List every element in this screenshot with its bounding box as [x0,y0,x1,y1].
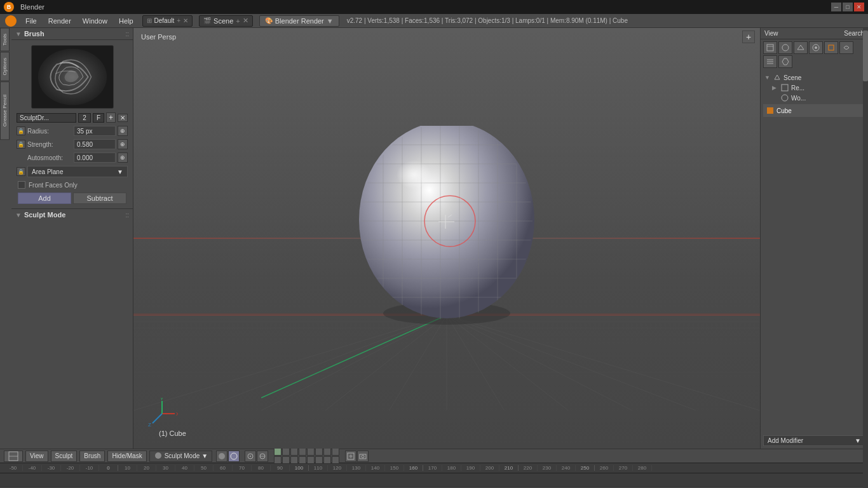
radius-expand[interactable]: ⊕ [118,126,128,136]
proportional-icon[interactable] [257,451,268,462]
front-faces-checkbox[interactable] [18,181,25,189]
svg-point-2 [6,16,16,26]
menu-window[interactable]: Window [78,16,112,26]
search-label[interactable]: Search [844,30,864,37]
viewport-add-button[interactable]: + [742,30,755,43]
cube-item[interactable]: Cube [763,104,865,117]
menu-render[interactable]: Render [43,16,76,26]
modifiers-icon[interactable] [763,55,777,68]
subtract-button[interactable]: Subtract [73,193,126,204]
svg-rect-65 [782,85,788,91]
object-icon[interactable] [824,41,838,54]
layer-14[interactable] [315,456,323,464]
camera-icon[interactable] [357,451,369,462]
strength-expand[interactable]: ⊕ [118,139,128,149]
svg-rect-64 [829,45,834,50]
layer-5[interactable] [307,448,315,456]
layer-6[interactable] [315,448,323,456]
render-engine-label: Blender Render [275,17,324,25]
layer-15[interactable] [323,456,331,464]
layer-12[interactable] [299,456,306,464]
options-tab[interactable]: Options [0,52,10,81]
tree-item-scene[interactable]: ▼ Scene [763,72,865,83]
add-button[interactable]: Add [18,193,71,204]
scene-graph-icon[interactable] [763,41,777,54]
strength-lock[interactable]: 🔒 [17,140,25,149]
radius-value[interactable]: 35 px [74,126,116,136]
render-icon[interactable] [778,41,792,54]
autosmooth-value[interactable]: 0.000 [74,152,116,163]
brush-menu-button[interactable]: Brush [79,451,105,462]
ruler-mark: 200 [480,465,499,471]
layer-8[interactable] [332,448,339,456]
data-icon[interactable] [778,55,792,68]
left-panel: Tools Options Grease Pencil ▼ Brush :: [0,28,133,449]
scene-tree: ▼ Scene ▶ Re... Wo... [761,70,868,433]
layer-1[interactable] [274,448,281,456]
menu-help[interactable]: Help [114,16,139,26]
brush-name[interactable]: SculptDr... [17,113,76,123]
svg-point-70 [155,452,161,459]
brush-number[interactable]: 2 [78,113,91,123]
falloff-dropdown[interactable]: Area Plane ▼ [27,166,128,177]
layer-9[interactable] [274,456,281,464]
scene-icon[interactable] [794,41,808,54]
layer-7[interactable] [323,448,331,456]
viewport-icon-button[interactable] [4,451,23,462]
svg-point-66 [782,95,788,101]
sculpt-mode-header: ▼ Sculpt Mode :: [11,208,133,220]
view-menu-button[interactable]: View [25,451,48,462]
scene-selector[interactable]: 🎬 Scene +✕ [199,15,253,27]
world-icon[interactable] [809,41,823,54]
brush-preview[interactable] [31,45,114,109]
brush-panel-header: ▼ Brush :: [11,28,133,40]
ruler-mark: 30 [156,465,175,471]
layer-10[interactable] [282,456,290,464]
solid-shading-icon[interactable] [216,451,227,462]
sculpt-menu-button[interactable]: Sculpt [51,451,78,462]
viewport-label: User Persp [141,33,176,41]
strength-value[interactable]: 0.580 [74,139,116,149]
snap-icon[interactable] [245,451,256,462]
layer-2[interactable] [282,448,290,456]
sculpt-mode-title: Sculpt Mode [24,211,65,219]
brush-remove-button[interactable]: ✕ [118,114,128,122]
autosmooth-expand[interactable]: ⊕ [118,152,128,163]
render-preview-icon[interactable] [345,451,356,462]
hide-mask-button[interactable]: Hide/Mask [107,451,146,462]
scrollbar-thumb[interactable] [863,30,868,81]
tree-item-render[interactable]: ▶ Re... [763,83,865,93]
mode-selector[interactable]: Sculpt Mode ▼ [149,451,213,462]
view-label[interactable]: View [764,30,778,37]
mode-icon [154,451,163,461]
workspace-selector[interactable]: ⊞ Default +✕ [142,15,193,27]
close-button[interactable]: ✕ [854,3,864,11]
layer-11[interactable] [290,456,298,464]
sphere-object [351,126,542,330]
falloff-lock[interactable]: 🔒 [17,167,25,176]
viewport-3d[interactable]: User Persp + [133,28,760,449]
layer-4[interactable] [299,448,306,456]
layer-3[interactable] [290,448,298,456]
wire-shading-icon[interactable] [228,451,240,462]
brush-add-button[interactable]: + [106,112,116,123]
viewport-canvas[interactable]: User Persp + [133,28,760,449]
ruler-mark: 60 [214,465,233,471]
right-scrollbar[interactable] [863,28,868,488]
mode-dropdown-icon: ▼ [201,452,208,459]
tools-tab[interactable]: Tools [0,28,10,51]
layer-16[interactable] [332,456,339,464]
render-engine-selector[interactable]: 🎨 Blender Render ▼ [259,15,339,27]
menu-file[interactable]: File [20,16,42,26]
layer-13[interactable] [307,456,315,464]
tree-item-world[interactable]: Wo... [763,93,865,103]
ruler-mark: 230 [538,465,557,471]
radius-lock[interactable]: 🔒 [17,126,25,135]
brush-f-button[interactable]: F [93,113,104,123]
minimize-button[interactable]: ─ [831,3,841,11]
grease-pencil-tab[interactable]: Grease Pencil [0,81,10,140]
constraints-icon[interactable] [839,41,853,54]
front-faces-label: Front Faces Only [29,182,78,189]
add-modifier-button[interactable]: Add Modifier ▼ [763,435,865,446]
maximize-button[interactable]: □ [843,3,853,11]
